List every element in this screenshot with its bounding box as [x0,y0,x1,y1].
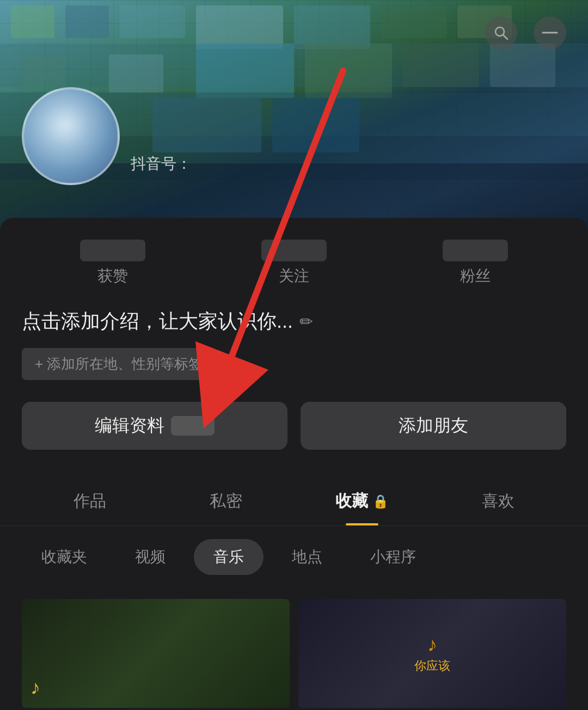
tab-private-label: 私密 [210,490,242,512]
content-text: ♪ 你应该 [409,628,456,680]
profile-section: 获赞 关注 粉丝 点击添加介绍，让大家认识你... ✏ + 添加所在地、性别等标… [0,218,588,710]
content-preview: ♪ ♪ 你应该 [22,588,566,710]
bio-content: 点击添加介绍，让大家认识你... [22,308,293,335]
sub-tabs: 收藏夹 视频 音乐 地点 小程序 [0,526,588,588]
svg-line-1 [503,35,507,39]
content-card-1[interactable]: ♪ [22,599,290,708]
action-buttons: 编辑资料 添加朋友 [22,402,566,450]
stat-following-number [261,240,327,261]
music-note-icon: ♪ [30,676,40,699]
tab-private[interactable]: 私密 [158,477,294,525]
search-button[interactable] [485,16,517,49]
sub-tab-music[interactable]: 音乐 [194,539,264,575]
add-tags-label: + 添加所在地、性别等标签 [35,354,203,374]
bio-edit-icon: ✏ [299,312,313,331]
lock-icon: 🔒 [372,494,389,509]
stat-following-label: 关注 [279,266,309,286]
sub-tab-videos[interactable]: 视频 [115,539,185,575]
stat-followers[interactable]: 粉丝 [385,240,566,286]
tab-favorites-label: 收藏 [335,490,368,512]
top-icons-area [485,16,566,49]
content-text-area: ♪ 你应该 [298,599,566,708]
edit-profile-label: 编辑资料 [95,414,164,438]
add-friend-button[interactable]: 添加朋友 [301,402,566,450]
stat-followers-label: 粉丝 [460,266,491,286]
edit-profile-button[interactable]: 编辑资料 [22,402,287,450]
edit-badge [171,416,215,436]
content-card-2[interactable]: ♪ 你应该 [298,599,566,708]
tab-likes-label: 喜欢 [482,490,514,512]
tags-row: + 添加所在地、性别等标签 [22,348,566,380]
avatar[interactable] [22,87,120,185]
douyin-id-label: 抖音号： [131,154,192,174]
sub-tab-places[interactable]: 地点 [272,539,342,575]
header-banner: 抖音号： [0,0,588,229]
bio-text[interactable]: 点击添加介绍，让大家认识你... ✏ [22,308,566,335]
sub-tab-miniapps[interactable]: 小程序 [351,539,436,575]
stat-likes[interactable]: 获赞 [22,240,203,286]
menu-button[interactable] [534,16,566,49]
stat-likes-label: 获赞 [97,266,128,286]
stats-row: 获赞 关注 粉丝 [22,240,566,286]
avatar-section: 抖音号： [22,87,192,185]
tab-works-label: 作品 [74,490,106,512]
tab-likes[interactable]: 喜欢 [430,477,566,525]
tab-favorites[interactable]: 收藏 🔒 [294,477,430,525]
add-friend-label: 添加朋友 [399,414,468,438]
sub-tab-collections[interactable]: 收藏夹 [22,539,107,575]
main-tab-bar: 作品 私密 收藏 🔒 喜欢 [0,477,588,526]
stat-followers-number [443,240,508,261]
tab-works[interactable]: 作品 [22,477,158,525]
stat-following[interactable]: 关注 [203,240,384,286]
add-tags-button[interactable]: + 添加所在地、性别等标签 [22,348,216,380]
stat-likes-number [80,240,145,261]
